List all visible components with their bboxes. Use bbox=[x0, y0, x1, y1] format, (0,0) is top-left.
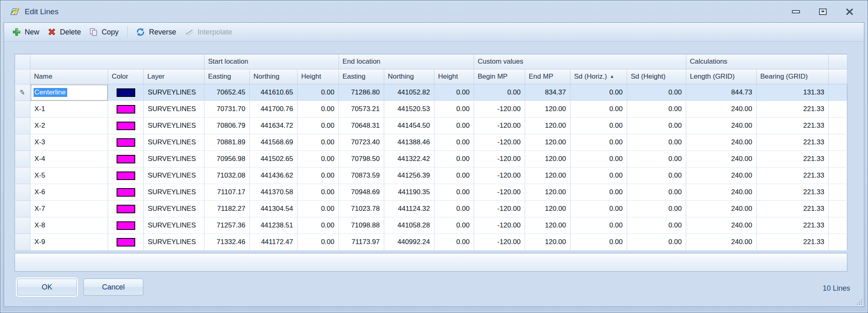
column-header-sd-height-[interactable]: Sd (Height) bbox=[627, 69, 686, 84]
value-cell[interactable]: 70956.98 bbox=[204, 151, 250, 167]
delete-button[interactable]: Delete bbox=[44, 26, 86, 38]
value-cell[interactable]: 0.00 bbox=[627, 101, 686, 118]
value-cell[interactable]: 441610.65 bbox=[250, 84, 298, 101]
value-cell[interactable]: -120.00 bbox=[474, 184, 525, 201]
value-cell[interactable]: 440992.24 bbox=[384, 234, 434, 251]
color-swatch[interactable] bbox=[117, 138, 135, 147]
value-cell[interactable]: -120.00 bbox=[474, 134, 525, 151]
minimize-button[interactable] bbox=[791, 7, 801, 16]
color-cell[interactable] bbox=[108, 184, 144, 201]
value-cell[interactable]: 0.00 bbox=[434, 118, 474, 134]
value-cell[interactable]: 221.33 bbox=[757, 101, 829, 118]
layer-cell[interactable]: SURVEYLINES bbox=[144, 84, 204, 101]
color-swatch[interactable] bbox=[117, 88, 135, 97]
value-cell[interactable]: 441124.32 bbox=[384, 201, 434, 217]
color-swatch[interactable] bbox=[117, 122, 135, 130]
value-cell[interactable]: 441172.47 bbox=[250, 234, 298, 251]
value-cell[interactable]: 0.00 bbox=[434, 134, 474, 151]
color-cell[interactable] bbox=[108, 134, 144, 151]
value-cell[interactable]: 70652.45 bbox=[204, 84, 250, 101]
value-cell[interactable]: 70873.59 bbox=[339, 167, 384, 184]
value-cell[interactable]: 71332.46 bbox=[204, 234, 250, 251]
value-cell[interactable]: 0.00 bbox=[474, 84, 525, 101]
value-cell[interactable]: 441370.58 bbox=[250, 184, 298, 201]
value-cell[interactable]: 0.00 bbox=[570, 134, 627, 151]
value-cell[interactable]: 120.00 bbox=[525, 151, 570, 167]
layer-cell[interactable]: SURVEYLINES bbox=[144, 134, 204, 151]
color-cell[interactable] bbox=[108, 217, 144, 234]
value-cell[interactable]: 120.00 bbox=[525, 167, 570, 184]
value-cell[interactable]: 0.00 bbox=[434, 151, 474, 167]
value-cell[interactable]: 441322.42 bbox=[384, 151, 434, 167]
value-cell[interactable]: 0.00 bbox=[570, 234, 627, 251]
value-cell[interactable]: 0.00 bbox=[570, 201, 627, 217]
layer-cell[interactable]: SURVEYLINES bbox=[144, 217, 204, 234]
name-editor-selected-text[interactable]: Centerline bbox=[34, 88, 67, 97]
color-cell[interactable] bbox=[108, 84, 144, 101]
value-cell[interactable]: 0.00 bbox=[627, 84, 686, 101]
value-cell[interactable]: 0.00 bbox=[570, 84, 627, 101]
value-cell[interactable]: 441700.76 bbox=[250, 101, 298, 118]
value-cell[interactable]: 0.00 bbox=[570, 118, 627, 134]
value-cell[interactable]: 240.00 bbox=[686, 101, 757, 118]
layer-cell[interactable]: SURVEYLINES bbox=[144, 151, 204, 167]
value-cell[interactable]: -120.00 bbox=[474, 234, 525, 251]
table-row[interactable]: X-4SURVEYLINES70956.98441502.650.0070798… bbox=[15, 151, 847, 167]
value-cell[interactable]: 0.00 bbox=[298, 217, 339, 234]
color-cell[interactable] bbox=[108, 234, 144, 251]
close-button[interactable] bbox=[844, 7, 855, 16]
color-swatch[interactable] bbox=[117, 238, 135, 247]
column-header-easting[interactable]: Easting bbox=[204, 69, 250, 84]
table-row[interactable]: X-6SURVEYLINES71107.17441370.580.0070948… bbox=[15, 184, 847, 201]
value-cell[interactable]: 0.00 bbox=[627, 234, 686, 251]
value-cell[interactable]: 131.33 bbox=[757, 84, 829, 101]
value-cell[interactable]: 0.00 bbox=[627, 217, 686, 234]
value-cell[interactable]: 0.00 bbox=[570, 151, 627, 167]
name-cell[interactable]: X-8 bbox=[30, 217, 108, 234]
value-cell[interactable]: 120.00 bbox=[525, 234, 570, 251]
column-header-height[interactable]: Height bbox=[434, 69, 474, 84]
column-header-easting[interactable]: Easting bbox=[339, 69, 384, 84]
column-header-layer[interactable]: Layer bbox=[144, 69, 204, 84]
name-cell[interactable]: X-9 bbox=[30, 234, 108, 251]
value-cell[interactable]: 240.00 bbox=[686, 118, 757, 134]
value-cell[interactable]: 0.00 bbox=[627, 151, 686, 167]
color-cell[interactable] bbox=[108, 151, 144, 167]
color-swatch[interactable] bbox=[117, 221, 135, 230]
table-row[interactable]: X-2SURVEYLINES70806.79441634.720.0070648… bbox=[15, 118, 847, 134]
value-cell[interactable]: 120.00 bbox=[525, 101, 570, 118]
value-cell[interactable]: 441454.50 bbox=[384, 118, 434, 134]
value-cell[interactable]: 0.00 bbox=[434, 101, 474, 118]
value-cell[interactable]: 0.00 bbox=[627, 134, 686, 151]
value-cell[interactable]: 221.33 bbox=[757, 118, 829, 134]
table-row[interactable]: X-5SURVEYLINES71032.08441436.620.0070873… bbox=[15, 167, 847, 184]
value-cell[interactable]: 0.00 bbox=[298, 151, 339, 167]
layer-cell[interactable]: SURVEYLINES bbox=[144, 101, 204, 118]
value-cell[interactable]: 0.00 bbox=[627, 184, 686, 201]
value-cell[interactable]: -120.00 bbox=[474, 151, 525, 167]
layer-cell[interactable]: SURVEYLINES bbox=[144, 184, 204, 201]
value-cell[interactable]: 221.33 bbox=[757, 217, 829, 234]
value-cell[interactable]: 441190.35 bbox=[384, 184, 434, 201]
value-cell[interactable]: 0.00 bbox=[298, 118, 339, 134]
value-cell[interactable]: 70948.69 bbox=[339, 184, 384, 201]
value-cell[interactable]: 441256.39 bbox=[384, 167, 434, 184]
value-cell[interactable]: 70648.31 bbox=[339, 118, 384, 134]
value-cell[interactable]: 221.33 bbox=[757, 167, 829, 184]
value-cell[interactable]: 441052.82 bbox=[384, 84, 434, 101]
value-cell[interactable]: 70731.70 bbox=[204, 101, 250, 118]
value-cell[interactable]: 441238.51 bbox=[250, 217, 298, 234]
value-cell[interactable]: 240.00 bbox=[686, 234, 757, 251]
value-cell[interactable]: 221.33 bbox=[757, 134, 829, 151]
value-cell[interactable]: 0.00 bbox=[298, 84, 339, 101]
value-cell[interactable]: 221.33 bbox=[757, 184, 829, 201]
value-cell[interactable]: 441568.69 bbox=[250, 134, 298, 151]
value-cell[interactable]: 71182.27 bbox=[204, 201, 250, 217]
name-cell[interactable]: X-4 bbox=[30, 151, 108, 167]
layer-cell[interactable]: SURVEYLINES bbox=[144, 201, 204, 217]
resize-grip-icon[interactable] bbox=[856, 299, 862, 305]
color-swatch[interactable] bbox=[117, 188, 135, 197]
value-cell[interactable]: 70573.21 bbox=[339, 101, 384, 118]
value-cell[interactable]: 0.00 bbox=[434, 201, 474, 217]
value-cell[interactable]: 71023.78 bbox=[339, 201, 384, 217]
